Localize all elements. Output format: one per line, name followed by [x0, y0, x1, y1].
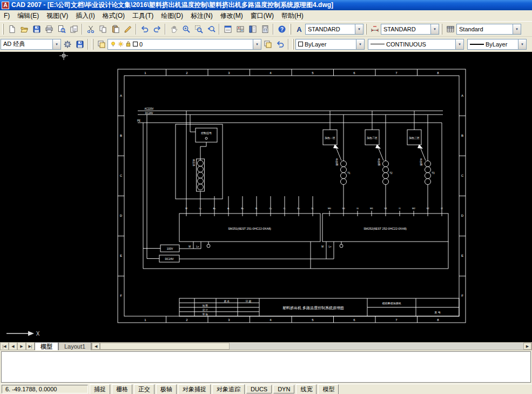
cut-button[interactable] — [84, 23, 97, 35]
svg-text:日 期: 日 期 — [246, 300, 252, 303]
toolbar-grip[interactable] — [365, 24, 367, 35]
layer-combo[interactable]: 0 ▼ — [107, 39, 261, 50]
chevron-down-icon[interactable]: ▼ — [52, 39, 60, 49]
layers-icon — [97, 40, 106, 49]
pan-button[interactable] — [167, 23, 180, 35]
menu-dimension[interactable]: 标注(N) — [187, 10, 217, 22]
text-style-icon — [295, 25, 304, 34]
toggle-ducs[interactable]: DUCS — [246, 385, 272, 393]
lock-icon[interactable] — [125, 41, 131, 47]
workspace-combo[interactable]: AD 经典 ▼ — [1, 39, 61, 50]
zoom-realtime-button[interactable] — [180, 23, 192, 35]
drawing-area[interactable]: 12345678 12345678 ABCDEF ABCDEF AC220V D… — [0, 52, 532, 342]
menu-format[interactable]: 格式(O) — [99, 10, 129, 22]
tab-layout1[interactable]: Layout1 — [58, 342, 91, 350]
help-button[interactable] — [275, 23, 288, 35]
toggle-lwt[interactable]: 线宽 — [296, 384, 316, 394]
save-workspace-button[interactable] — [73, 38, 86, 50]
table-style-button[interactable] — [444, 23, 456, 35]
chevron-down-icon[interactable]: ▼ — [455, 39, 463, 49]
menu-view[interactable]: 视图(V) — [43, 10, 72, 22]
new-file-button[interactable] — [5, 23, 18, 35]
bulb-icon[interactable] — [110, 41, 116, 47]
open-file-button[interactable] — [18, 23, 30, 35]
dim-style-combo[interactable]: STANDARD ▼ — [381, 24, 439, 35]
toggle-snap[interactable]: 捕捉 — [90, 384, 110, 394]
scrollbar-track[interactable] — [230, 343, 523, 350]
sun-icon[interactable] — [118, 41, 124, 47]
toggle-grid[interactable]: 栅格 — [112, 384, 132, 394]
svg-text:L+: L+ — [328, 245, 332, 248]
tool-palettes-button[interactable] — [246, 23, 259, 35]
plot-preview-button[interactable] — [55, 23, 68, 35]
match-properties-button[interactable] — [122, 23, 134, 35]
scroll-left-icon[interactable]: ◀ — [92, 343, 100, 350]
properties-button[interactable] — [221, 23, 234, 35]
first-tab-button[interactable]: |◀ — [0, 342, 9, 350]
new-file-icon — [8, 25, 16, 34]
make-object-layer-current-button[interactable] — [261, 38, 274, 50]
toggle-osnap[interactable]: 对象捕捉 — [178, 384, 211, 394]
zoom-previous-button[interactable] — [205, 23, 217, 35]
toggle-dyn[interactable]: DYN — [273, 385, 294, 393]
toggle-otrack[interactable]: 对象追踪 — [212, 384, 245, 394]
menu-insert[interactable]: 插入(I) — [72, 10, 98, 22]
workspace-settings-button[interactable] — [61, 38, 73, 50]
menu-file[interactable]: F) — [0, 10, 14, 21]
color-combo[interactable]: ByLayer ▼ — [295, 39, 365, 50]
toolbar-separator — [87, 39, 89, 50]
coordinate-display[interactable]: 6. -49.1788, 0.0000 — [2, 385, 88, 393]
toolbar-grip[interactable] — [92, 39, 93, 50]
chevron-down-icon[interactable]: ▼ — [430, 24, 439, 34]
app-icon[interactable]: A — [2, 2, 9, 9]
menu-tools[interactable]: 工具(T) — [129, 10, 157, 22]
publish-button[interactable] — [68, 23, 80, 35]
toolbar-grip[interactable] — [441, 24, 442, 35]
save-button[interactable] — [30, 23, 43, 35]
menu-window[interactable]: 窗口(W) — [247, 10, 278, 22]
chevron-down-icon[interactable]: ▼ — [356, 39, 364, 49]
text-style-button[interactable] — [293, 23, 305, 35]
next-tab-button[interactable]: ▶ — [17, 342, 26, 350]
toggle-polar[interactable]: 极轴 — [156, 384, 177, 394]
chevron-down-icon[interactable]: ▼ — [513, 24, 521, 34]
toggle-model[interactable]: 模型 — [318, 384, 339, 394]
designcenter-button[interactable] — [234, 23, 246, 35]
tab-model[interactable]: 模型 — [35, 342, 58, 350]
command-line-input[interactable] — [1, 351, 531, 383]
table-style-combo[interactable]: Standard ▼ — [456, 24, 521, 35]
undo-button[interactable] — [138, 23, 151, 35]
layer-properties-button[interactable] — [95, 38, 107, 50]
chevron-down-icon[interactable]: ▼ — [253, 39, 261, 49]
last-tab-button[interactable]: ▶| — [26, 342, 35, 350]
plot-button[interactable] — [43, 23, 55, 35]
lineweight-combo[interactable]: ByLayer ▼ — [467, 39, 527, 50]
svg-text:8: 8 — [437, 71, 439, 75]
redo-button[interactable] — [151, 23, 163, 35]
svg-text:加热二区: 加热二区 — [367, 136, 378, 139]
copy-button[interactable] — [97, 23, 109, 35]
chevron-down-icon[interactable]: ▼ — [518, 39, 526, 49]
menu-draw[interactable]: 绘图(D) — [157, 10, 187, 22]
layer-previous-button[interactable] — [274, 38, 286, 50]
prev-tab-button[interactable]: ◀ — [9, 342, 17, 350]
horizontal-scrollbar[interactable]: ◀ ▶ — [91, 342, 532, 350]
svg-text:I1: I1 — [399, 207, 401, 210]
chevron-down-icon[interactable]: ▼ — [355, 24, 363, 34]
paste-button[interactable] — [109, 23, 122, 35]
dim-style-button[interactable] — [368, 23, 381, 35]
menu-edit[interactable]: 编辑(E) — [14, 10, 43, 22]
window-title: CAD 2007 - [E:\公司文档\毕业设计论文集\2016\塑料挤出机温度… — [11, 1, 333, 10]
toolbar-grip[interactable] — [292, 39, 294, 50]
toolbar-grip[interactable] — [289, 24, 291, 35]
scroll-right-icon[interactable]: ▶ — [523, 343, 531, 350]
text-style-combo[interactable]: STANDARD ▼ — [305, 24, 363, 35]
zoom-window-button[interactable] — [192, 23, 205, 35]
toolbar-grip[interactable] — [2, 24, 4, 35]
menu-help[interactable]: 帮助(H) — [278, 10, 307, 22]
linetype-combo[interactable]: CONTINUOUS ▼ — [368, 39, 464, 50]
menu-modify[interactable]: 修改(M) — [217, 10, 247, 22]
scrollbar-thumb[interactable] — [100, 343, 230, 350]
quickcalc-button[interactable] — [259, 23, 271, 35]
toggle-ortho[interactable]: 正交 — [134, 384, 154, 394]
